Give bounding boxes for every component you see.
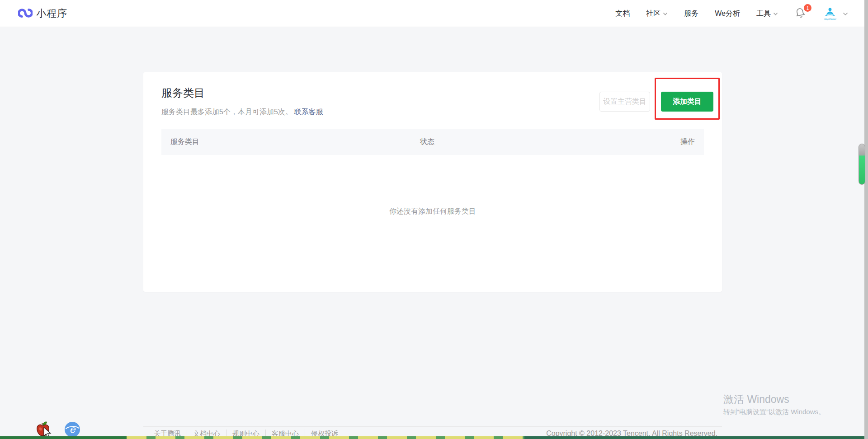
empty-state-text: 你还没有添加任何服务类目: [143, 207, 722, 216]
bell-icon: [794, 13, 806, 21]
scrollbar-track[interactable]: [864, 0, 868, 439]
chevron-down-icon: [843, 9, 848, 18]
page-title: 服务类目: [161, 86, 205, 100]
watermark-line2: 转到“电脑设置”以激活 Windows。: [723, 408, 825, 416]
avatar-figure-icon: [824, 7, 836, 17]
set-primary-category-button[interactable]: 设置主营类目: [599, 92, 650, 112]
nav-services[interactable]: 服务: [684, 9, 698, 19]
footer-divider: [143, 426, 722, 427]
avatar-name: skychaker: [824, 18, 836, 20]
scrollbar-thumb[interactable]: [859, 144, 865, 185]
column-header-category: 服务类目: [170, 129, 199, 155]
column-header-status: 状态: [420, 129, 434, 155]
nav-community[interactable]: 社区: [646, 9, 668, 19]
top-bar: 小程序 文档 社区 服务 We分析 工具: [0, 0, 868, 27]
excel-cells-decoration: [127, 436, 524, 439]
account-menu[interactable]: skychaker: [824, 7, 848, 20]
watermark-line1: 激活 Windows: [723, 392, 825, 406]
nav-tools-label: 工具: [756, 9, 771, 19]
nav-docs-label: 文档: [615, 9, 630, 19]
background-excel-strip: [0, 436, 868, 439]
notification-badge: 1: [804, 4, 811, 12]
top-nav: 文档 社区 服务 We分析 工具: [615, 0, 848, 27]
column-header-actions: 操作: [680, 129, 695, 155]
screen: 小程序 文档 社区 服务 We分析 工具: [0, 0, 868, 439]
avatar: skychaker: [824, 7, 836, 20]
nav-services-label: 服务: [684, 9, 698, 19]
brand-title: 小程序: [36, 7, 67, 20]
nav-weanalytics[interactable]: We分析: [715, 9, 740, 19]
chevron-down-icon: [773, 9, 778, 18]
service-category-card: 服务类目 服务类目最多添加5个，本月可添加5次。联系客服 设置主营类目 添加类目…: [143, 72, 722, 292]
svg-text:e: e: [69, 424, 76, 435]
nav-tools[interactable]: 工具: [756, 9, 778, 19]
nav-weanalytics-label: We分析: [715, 9, 740, 19]
nav-community-label: 社区: [646, 9, 660, 19]
page-description: 服务类目最多添加5个，本月可添加5次。联系客服: [161, 107, 323, 117]
miniprogram-logo-icon: [18, 5, 33, 22]
notification-bell-button[interactable]: 1: [794, 7, 808, 20]
brand[interactable]: 小程序: [0, 5, 67, 22]
nav-docs[interactable]: 文档: [615, 9, 630, 19]
excel-dark-decoration: [524, 436, 868, 439]
table-header-row: 服务类目 状态 操作: [161, 129, 704, 155]
windows-activation-watermark: 激活 Windows 转到“电脑设置”以激活 Windows。: [723, 392, 825, 416]
contact-support-link[interactable]: 联系客服: [294, 108, 323, 116]
chevron-down-icon: [663, 9, 668, 18]
description-text: 服务类目最多添加5个，本月可添加5次。: [161, 108, 292, 116]
add-category-button[interactable]: 添加类目: [661, 92, 713, 112]
